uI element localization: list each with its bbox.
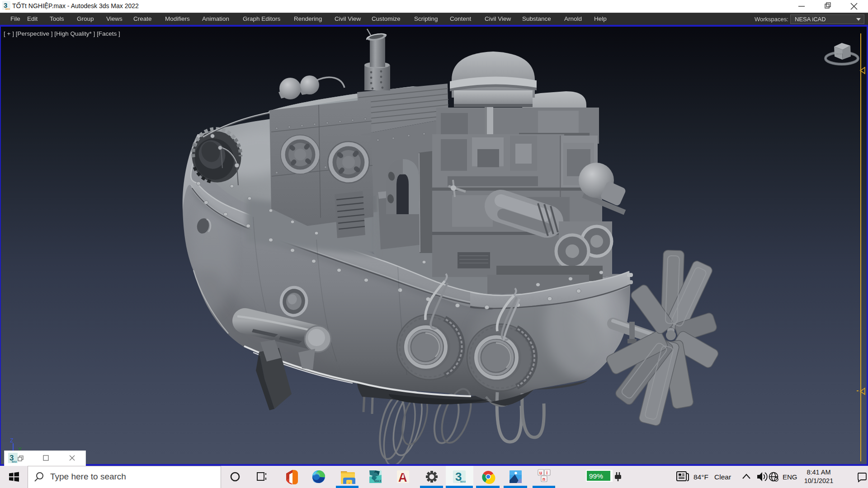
svg-text:MAX: MAX: [460, 480, 466, 483]
svg-text:ENG: ENG: [783, 473, 797, 481]
svg-text:FRONT: FRONT: [836, 53, 843, 55]
svg-text:Clear: Clear: [714, 473, 731, 481]
svg-text:99%: 99%: [589, 472, 603, 480]
svg-text:n: n: [542, 477, 545, 482]
svg-text:MAX: MAX: [5, 8, 10, 10]
svg-text:Z: Z: [10, 437, 13, 444]
svg-text:84°F: 84°F: [693, 473, 708, 481]
svg-text:MAX: MAX: [374, 479, 382, 483]
svg-text:u: u: [539, 470, 542, 475]
svg-text:[ + ] [Perspective ] [High Qua: [ + ] [Perspective ] [High Quality* ] [F…: [4, 30, 120, 37]
svg-text:MAX: MAX: [12, 460, 17, 463]
svg-text:i: i: [547, 470, 548, 475]
